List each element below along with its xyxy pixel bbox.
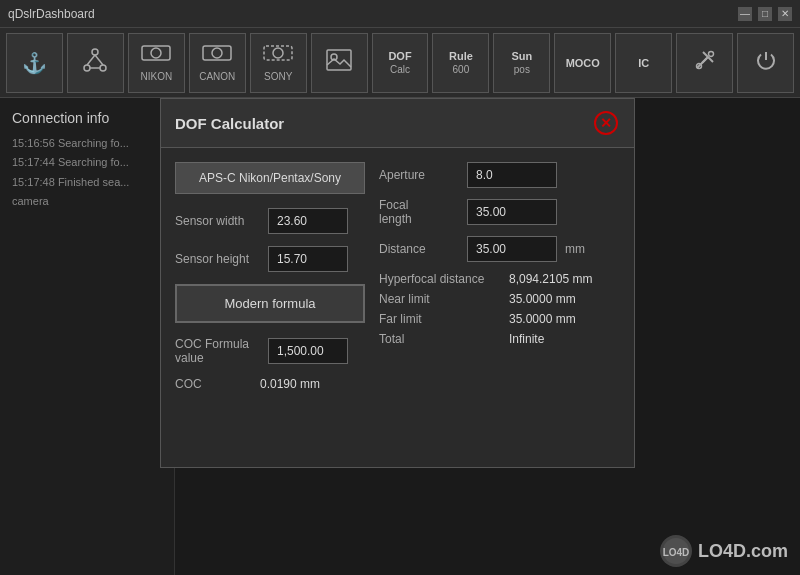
- rule600-line1: Rule: [449, 50, 473, 62]
- total-value: Infinite: [509, 332, 544, 346]
- focal-length-input[interactable]: [467, 199, 557, 225]
- dof-calculator-modal: DOF Calculator ✕ APS-C Nikon/Pentax/Sony…: [160, 98, 635, 468]
- near-limit-value: 35.0000 mm: [509, 292, 576, 306]
- window-controls: — □ ✕: [738, 7, 792, 21]
- svg-rect-12: [327, 50, 351, 70]
- connection-title: Connection info: [12, 110, 162, 126]
- svg-point-11: [273, 48, 283, 58]
- usb-icon: ⚓: [22, 51, 47, 75]
- log-extra: camera: [12, 194, 162, 209]
- near-limit-row: Near limit 35.0000 mm: [379, 292, 620, 306]
- coc-formula-label: COC Formulavalue: [175, 337, 260, 365]
- modal-header: DOF Calculator ✕: [161, 99, 634, 148]
- minimize-button[interactable]: —: [738, 7, 752, 21]
- sony-button[interactable]: SONY: [250, 33, 307, 93]
- image-button[interactable]: [311, 33, 368, 93]
- svg-point-2: [100, 65, 106, 71]
- total-label: Total: [379, 332, 509, 346]
- hyperfocal-row: Hyperfocal distance 8,094.2105 mm: [379, 272, 620, 286]
- toolbar: ⚓ NIKON: [0, 28, 800, 98]
- moco-label: MOCO: [566, 57, 600, 69]
- sensor-height-input[interactable]: [268, 246, 348, 272]
- close-window-button[interactable]: ✕: [778, 7, 792, 21]
- watermark: LO4D LO4D.com: [660, 535, 788, 567]
- sensor-height-row: Sensor height: [175, 246, 365, 272]
- coc-formula-row: COC Formulavalue: [175, 337, 365, 365]
- tools-icon: [693, 48, 717, 77]
- dof-calc-button[interactable]: DOF Calc: [372, 33, 429, 93]
- coc-formula-input[interactable]: [268, 338, 348, 364]
- coc-value: 0.0190 mm: [260, 377, 320, 391]
- nikon-button[interactable]: NIKON: [128, 33, 185, 93]
- moco-button[interactable]: MOCO: [554, 33, 611, 93]
- svg-line-16: [702, 57, 708, 63]
- far-limit-row: Far limit 35.0000 mm: [379, 312, 620, 326]
- log-time-3: 15:17:48: [12, 176, 55, 188]
- coc-label: COC: [175, 377, 260, 391]
- total-row: Total Infinite: [379, 332, 620, 346]
- ic-button[interactable]: IC: [615, 33, 672, 93]
- log-time-2: 15:17:44: [12, 156, 55, 168]
- power-icon: [754, 48, 778, 77]
- svg-text:LO4D: LO4D: [663, 547, 690, 558]
- formula-button[interactable]: Modern formula: [175, 284, 365, 323]
- title-bar: qDslrDashboard — □ ✕: [0, 0, 800, 28]
- tools-button[interactable]: [676, 33, 733, 93]
- power-button[interactable]: [737, 33, 794, 93]
- rule600-line2: 600: [453, 64, 470, 75]
- sunpos-line2: pos: [514, 64, 530, 75]
- nikon-icon: [141, 43, 171, 68]
- svg-point-1: [84, 65, 90, 71]
- aperture-row: Aperture: [379, 162, 620, 188]
- canon-icon: [202, 43, 232, 68]
- sony-label: SONY: [264, 71, 292, 82]
- sensor-height-label: Sensor height: [175, 252, 260, 266]
- rule600-button[interactable]: Rule 600: [432, 33, 489, 93]
- svg-point-7: [151, 48, 161, 58]
- sunpos-button[interactable]: Sun pos: [493, 33, 550, 93]
- modal-close-button[interactable]: ✕: [592, 109, 620, 137]
- log-text-3: Finished sea...: [58, 176, 130, 188]
- dof-calc-line2: Calc: [390, 64, 410, 75]
- far-limit-value: 35.0000 mm: [509, 312, 576, 326]
- left-panel: Connection info 15:16:56 Searching fo...…: [0, 98, 175, 575]
- far-limit-label: Far limit: [379, 312, 509, 326]
- focal-length-label: Focallength: [379, 198, 459, 226]
- distance-label: Distance: [379, 242, 459, 256]
- log-entry-3: 15:17:48 Finished sea...: [12, 175, 162, 190]
- focal-length-row: Focallength: [379, 198, 620, 226]
- hyperfocal-value: 8,094.2105 mm: [509, 272, 592, 286]
- usb-button[interactable]: ⚓: [6, 33, 63, 93]
- watermark-logo: LO4D: [660, 535, 692, 567]
- log-text-2: Searching fo...: [58, 156, 129, 168]
- distance-input[interactable]: [467, 236, 557, 262]
- ic-label: IC: [638, 57, 649, 69]
- canon-button[interactable]: CANON: [189, 33, 246, 93]
- distance-row: Distance mm: [379, 236, 620, 262]
- log-text-1: Searching fo...: [58, 137, 129, 149]
- sensor-select-button[interactable]: APS-C Nikon/Pentax/Sony: [175, 162, 365, 194]
- watermark-text: LO4D.com: [698, 541, 788, 562]
- modal-body: APS-C Nikon/Pentax/Sony Sensor width Sen…: [161, 148, 634, 405]
- sensor-width-input[interactable]: [268, 208, 348, 234]
- log-entry-1: 15:16:56 Searching fo...: [12, 136, 162, 151]
- near-limit-label: Near limit: [379, 292, 509, 306]
- app-title: qDslrDashboard: [8, 7, 95, 21]
- hyperfocal-label: Hyperfocal distance: [379, 272, 509, 286]
- network-icon: [81, 46, 109, 79]
- svg-point-0: [92, 49, 98, 55]
- dof-calc-line1: DOF: [388, 50, 411, 62]
- svg-line-3: [87, 55, 95, 65]
- aperture-label: Aperture: [379, 168, 459, 182]
- maximize-button[interactable]: □: [758, 7, 772, 21]
- aperture-input[interactable]: [467, 162, 557, 188]
- sensor-width-label: Sensor width: [175, 214, 260, 228]
- modal-left-column: APS-C Nikon/Pentax/Sony Sensor width Sen…: [175, 162, 365, 391]
- network-button[interactable]: [67, 33, 124, 93]
- sunpos-line1: Sun: [511, 50, 532, 62]
- log-time-1: 15:16:56: [12, 137, 55, 149]
- svg-point-9: [212, 48, 222, 58]
- log-entry-2: 15:17:44 Searching fo...: [12, 155, 162, 170]
- canon-label: CANON: [199, 71, 235, 82]
- nikon-label: NIKON: [140, 71, 172, 82]
